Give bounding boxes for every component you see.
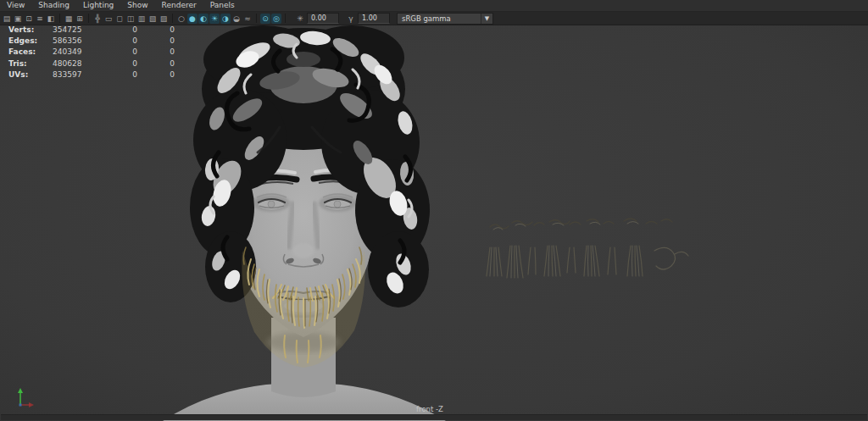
lock-camera-icon[interactable]: ⊡ (24, 14, 34, 24)
toolbar-separator (172, 14, 173, 23)
hud-value: 833597 (53, 70, 105, 81)
wireframe-icon[interactable]: ○ (176, 14, 186, 24)
menu-lighting[interactable]: Lighting (76, 0, 120, 11)
camera-label: front -Z (392, 405, 468, 413)
view-transform-value: sRGB gamma (398, 14, 481, 24)
image-plane-icon[interactable]: ▦ (64, 14, 74, 24)
film-gate-icon[interactable]: ▭ (103, 14, 114, 24)
hud-label: Edges: (8, 36, 53, 47)
shadows-icon[interactable]: ◑ (220, 14, 231, 24)
toolbar-separator (285, 14, 286, 23)
exposure-group: ✳ 0.00 (295, 13, 339, 24)
exposure-field[interactable]: 0.00 (307, 13, 339, 24)
toolbar-separator (256, 14, 257, 23)
toolbar-separator (59, 14, 60, 23)
hud-value: 240349 (53, 47, 105, 58)
hud-col2: 0 (105, 47, 137, 58)
camera-attributes-icon[interactable]: ≡ (35, 14, 45, 24)
toolbar-separator (88, 14, 89, 23)
menu-show[interactable]: Show (120, 0, 154, 11)
hud-col2: 0 (105, 70, 137, 81)
occlusion-icon[interactable]: ◒ (231, 14, 242, 24)
hud-label: Verts: (8, 25, 53, 36)
hud-value: 354725 (53, 25, 105, 36)
menu-panels[interactable]: Panels (203, 0, 242, 11)
gamma-group: γ 1.00 (346, 13, 390, 24)
exposure-icon[interactable]: ✳ (295, 14, 305, 24)
safe-title-icon[interactable]: ▨ (159, 14, 169, 24)
panel-menu-icon[interactable]: ▤ (2, 14, 12, 24)
pan-zoom-icon[interactable]: ⊞ (75, 14, 85, 24)
motion-blur-icon[interactable]: ≈ (242, 14, 253, 24)
gamma-icon[interactable]: γ (346, 14, 356, 24)
panel-menubar: View Shading Lighting Show Renderer Pane… (0, 0, 868, 12)
gamma-field[interactable]: 1.00 (358, 13, 390, 24)
hud-label: Tris: (8, 59, 53, 70)
hud-value: 586356 (53, 36, 105, 47)
maya-viewport-window: View Shading Lighting Show Renderer Pane… (0, 0, 868, 421)
textured-icon[interactable]: ◐ (198, 14, 209, 24)
poly-count-hud: Verts: 354725 0 0 Edges: 586356 0 0 Face… (8, 25, 175, 81)
hud-col2: 0 (105, 36, 137, 47)
hud-col2: 0 (105, 59, 137, 70)
isolate-select-icon[interactable]: ⊙ (260, 14, 270, 24)
hud-col3: 0 (137, 70, 175, 81)
window-bottom-edge (1, 414, 867, 420)
field-chart-icon[interactable]: ▥ (136, 14, 147, 24)
view-transform-dropdown[interactable]: sRGB gamma ▼ (397, 13, 493, 25)
grid-icon[interactable]: ╬ (92, 14, 103, 24)
smooth-shade-icon[interactable]: ● (187, 14, 198, 24)
panel-toolbar: ▤▣⊡≡◧▦⊞╬▭◻◫▥▧▨○●◐☀◑◒≈⊙◎ ✳ 0.00 γ 1.00 sR… (0, 12, 868, 25)
hud-col3: 0 (137, 59, 175, 70)
menu-shading[interactable]: Shading (31, 0, 76, 11)
xray-icon[interactable]: ◎ (271, 14, 281, 24)
safe-action-icon[interactable]: ▧ (147, 14, 158, 24)
use-all-lights-icon[interactable]: ☀ (209, 14, 220, 24)
hud-value: 480628 (53, 59, 105, 70)
gate-mask-icon[interactable]: ◫ (125, 14, 136, 24)
hud-col2: 0 (105, 25, 137, 36)
chevron-down-icon[interactable]: ▼ (481, 14, 492, 24)
hud-label: UVs: (8, 70, 53, 81)
select-camera-icon[interactable]: ▣ (13, 14, 23, 24)
bookmark-icon[interactable]: ◧ (46, 14, 56, 24)
hud-col3: 0 (137, 47, 175, 58)
resolution-gate-icon[interactable]: ◻ (114, 14, 125, 24)
hud-col3: 0 (137, 36, 175, 47)
toolbar-icons: ▤▣⊡≡◧▦⊞╬▭◻◫▥▧▨○●◐☀◑◒≈⊙◎ (2, 14, 288, 24)
menu-renderer[interactable]: Renderer (155, 0, 203, 11)
hud-label: Faces: (8, 47, 53, 58)
menu-view[interactable]: View (0, 0, 31, 11)
hud-col3: 0 (137, 25, 175, 36)
